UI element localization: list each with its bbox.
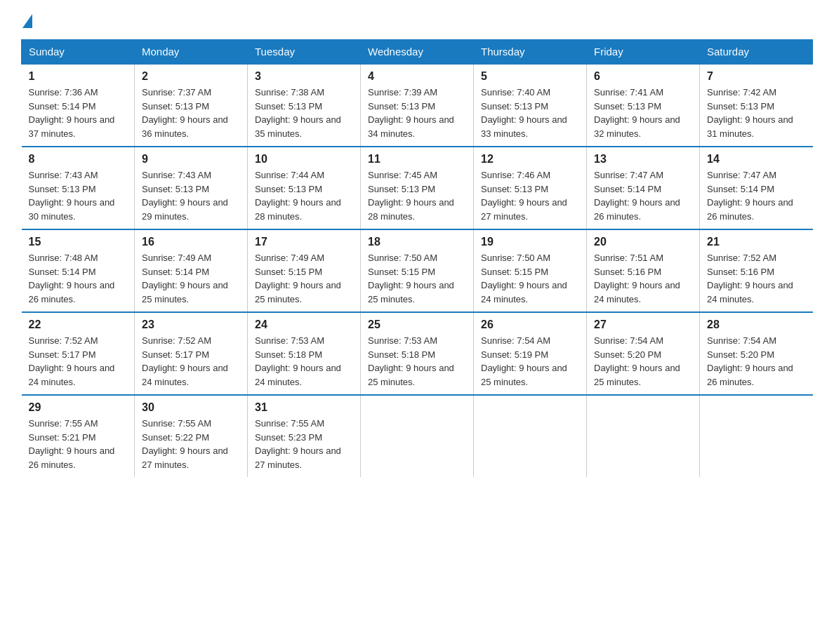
day-info: Sunrise: 7:44 AM Sunset: 5:13 PM Dayligh…	[255, 168, 353, 223]
day-number: 16	[142, 236, 240, 248]
calendar-cell: 30 Sunrise: 7:55 AM Sunset: 5:22 PM Dayl…	[135, 395, 248, 477]
calendar-cell: 7 Sunrise: 7:42 AM Sunset: 5:13 PM Dayli…	[700, 64, 813, 147]
day-number: 11	[368, 153, 466, 166]
day-info: Sunrise: 7:50 AM Sunset: 5:15 PM Dayligh…	[481, 251, 579, 306]
day-info: Sunrise: 7:52 AM Sunset: 5:17 PM Dayligh…	[142, 334, 240, 389]
calendar-cell: 27 Sunrise: 7:54 AM Sunset: 5:20 PM Dayl…	[587, 312, 700, 395]
calendar-cell: 25 Sunrise: 7:53 AM Sunset: 5:18 PM Dayl…	[361, 312, 474, 395]
day-info: Sunrise: 7:54 AM Sunset: 5:20 PM Dayligh…	[594, 334, 692, 389]
day-number: 1	[29, 70, 128, 83]
calendar-cell: 6 Sunrise: 7:41 AM Sunset: 5:13 PM Dayli…	[587, 64, 700, 147]
logo	[21, 14, 34, 25]
day-info: Sunrise: 7:43 AM Sunset: 5:13 PM Dayligh…	[142, 168, 240, 223]
day-number: 27	[594, 318, 692, 331]
calendar-week-row: 22 Sunrise: 7:52 AM Sunset: 5:17 PM Dayl…	[22, 312, 813, 395]
day-info: Sunrise: 7:37 AM Sunset: 5:13 PM Dayligh…	[142, 86, 240, 140]
day-info: Sunrise: 7:43 AM Sunset: 5:13 PM Dayligh…	[29, 168, 128, 223]
calendar-cell: 29 Sunrise: 7:55 AM Sunset: 5:21 PM Dayl…	[22, 395, 135, 477]
calendar-cell: 16 Sunrise: 7:49 AM Sunset: 5:14 PM Dayl…	[135, 229, 248, 312]
day-info: Sunrise: 7:49 AM Sunset: 5:14 PM Dayligh…	[142, 251, 240, 306]
day-info: Sunrise: 7:39 AM Sunset: 5:13 PM Dayligh…	[368, 86, 466, 140]
day-number: 9	[142, 153, 240, 166]
day-info: Sunrise: 7:36 AM Sunset: 5:14 PM Dayligh…	[29, 86, 128, 140]
calendar-week-row: 15 Sunrise: 7:48 AM Sunset: 5:14 PM Dayl…	[22, 229, 813, 312]
calendar-cell: 5 Sunrise: 7:40 AM Sunset: 5:13 PM Dayli…	[474, 64, 587, 147]
calendar-cell: 15 Sunrise: 7:48 AM Sunset: 5:14 PM Dayl…	[22, 229, 135, 312]
day-info: Sunrise: 7:40 AM Sunset: 5:13 PM Dayligh…	[481, 86, 579, 140]
day-number: 6	[594, 70, 692, 83]
day-number: 31	[255, 401, 353, 414]
calendar-cell	[700, 395, 813, 477]
day-info: Sunrise: 7:50 AM Sunset: 5:15 PM Dayligh…	[368, 251, 466, 306]
calendar-cell: 24 Sunrise: 7:53 AM Sunset: 5:18 PM Dayl…	[248, 312, 361, 395]
day-info: Sunrise: 7:51 AM Sunset: 5:16 PM Dayligh…	[594, 251, 692, 306]
weekday-header-thursday: Thursday	[474, 40, 587, 65]
day-info: Sunrise: 7:52 AM Sunset: 5:16 PM Dayligh…	[707, 251, 806, 306]
logo-text	[21, 14, 34, 28]
calendar-week-row: 29 Sunrise: 7:55 AM Sunset: 5:21 PM Dayl…	[22, 395, 813, 477]
day-number: 26	[481, 318, 579, 331]
day-number: 12	[481, 153, 579, 166]
calendar-cell: 31 Sunrise: 7:55 AM Sunset: 5:23 PM Dayl…	[248, 395, 361, 477]
day-info: Sunrise: 7:54 AM Sunset: 5:19 PM Dayligh…	[481, 334, 579, 389]
day-info: Sunrise: 7:49 AM Sunset: 5:15 PM Dayligh…	[255, 251, 353, 306]
calendar-week-row: 1 Sunrise: 7:36 AM Sunset: 5:14 PM Dayli…	[22, 64, 813, 147]
calendar-cell: 23 Sunrise: 7:52 AM Sunset: 5:17 PM Dayl…	[135, 312, 248, 395]
weekday-header-sunday: Sunday	[22, 40, 135, 65]
weekday-header-wednesday: Wednesday	[361, 40, 474, 65]
day-info: Sunrise: 7:48 AM Sunset: 5:14 PM Dayligh…	[29, 251, 128, 306]
day-info: Sunrise: 7:55 AM Sunset: 5:23 PM Dayligh…	[255, 417, 353, 471]
day-number: 5	[481, 70, 579, 83]
weekday-header-tuesday: Tuesday	[248, 40, 361, 65]
calendar-cell: 20 Sunrise: 7:51 AM Sunset: 5:16 PM Dayl…	[587, 229, 700, 312]
day-info: Sunrise: 7:41 AM Sunset: 5:13 PM Dayligh…	[594, 86, 692, 140]
day-info: Sunrise: 7:54 AM Sunset: 5:20 PM Dayligh…	[707, 334, 806, 389]
calendar-cell: 9 Sunrise: 7:43 AM Sunset: 5:13 PM Dayli…	[135, 147, 248, 229]
day-info: Sunrise: 7:46 AM Sunset: 5:13 PM Dayligh…	[481, 168, 579, 223]
day-info: Sunrise: 7:55 AM Sunset: 5:22 PM Dayligh…	[142, 417, 240, 471]
day-info: Sunrise: 7:53 AM Sunset: 5:18 PM Dayligh…	[368, 334, 466, 389]
calendar-cell: 13 Sunrise: 7:47 AM Sunset: 5:14 PM Dayl…	[587, 147, 700, 229]
calendar-cell: 2 Sunrise: 7:37 AM Sunset: 5:13 PM Dayli…	[135, 64, 248, 147]
day-number: 24	[255, 318, 353, 331]
day-number: 21	[707, 236, 806, 248]
calendar-cell: 11 Sunrise: 7:45 AM Sunset: 5:13 PM Dayl…	[361, 147, 474, 229]
day-info: Sunrise: 7:52 AM Sunset: 5:17 PM Dayligh…	[29, 334, 128, 389]
calendar-cell	[587, 395, 700, 477]
day-number: 3	[255, 70, 353, 83]
calendar-week-row: 8 Sunrise: 7:43 AM Sunset: 5:13 PM Dayli…	[22, 147, 813, 229]
day-number: 18	[368, 236, 466, 248]
weekday-header-row: SundayMondayTuesdayWednesdayThursdayFrid…	[22, 40, 813, 65]
weekday-header-monday: Monday	[135, 40, 248, 65]
day-number: 19	[481, 236, 579, 248]
day-number: 13	[594, 153, 692, 166]
calendar-cell: 19 Sunrise: 7:50 AM Sunset: 5:15 PM Dayl…	[474, 229, 587, 312]
day-number: 17	[255, 236, 353, 248]
calendar-cell	[474, 395, 587, 477]
weekday-header-friday: Friday	[587, 40, 700, 65]
day-info: Sunrise: 7:53 AM Sunset: 5:18 PM Dayligh…	[255, 334, 353, 389]
day-number: 23	[142, 318, 240, 331]
day-number: 20	[594, 236, 692, 248]
day-number: 7	[707, 70, 806, 83]
day-info: Sunrise: 7:47 AM Sunset: 5:14 PM Dayligh…	[594, 168, 692, 223]
page-header	[21, 14, 813, 25]
calendar-cell: 18 Sunrise: 7:50 AM Sunset: 5:15 PM Dayl…	[361, 229, 474, 312]
day-number: 15	[29, 236, 128, 248]
calendar-cell: 17 Sunrise: 7:49 AM Sunset: 5:15 PM Dayl…	[248, 229, 361, 312]
day-info: Sunrise: 7:42 AM Sunset: 5:13 PM Dayligh…	[707, 86, 806, 140]
calendar-cell: 3 Sunrise: 7:38 AM Sunset: 5:13 PM Dayli…	[248, 64, 361, 147]
day-number: 4	[368, 70, 466, 83]
calendar-cell: 8 Sunrise: 7:43 AM Sunset: 5:13 PM Dayli…	[22, 147, 135, 229]
day-number: 2	[142, 70, 240, 83]
day-number: 8	[29, 153, 128, 166]
day-info: Sunrise: 7:38 AM Sunset: 5:13 PM Dayligh…	[255, 86, 353, 140]
calendar-cell: 22 Sunrise: 7:52 AM Sunset: 5:17 PM Dayl…	[22, 312, 135, 395]
calendar-cell: 28 Sunrise: 7:54 AM Sunset: 5:20 PM Dayl…	[700, 312, 813, 395]
calendar-cell	[361, 395, 474, 477]
calendar-cell: 14 Sunrise: 7:47 AM Sunset: 5:14 PM Dayl…	[700, 147, 813, 229]
logo-triangle-icon	[22, 14, 32, 28]
calendar-cell: 21 Sunrise: 7:52 AM Sunset: 5:16 PM Dayl…	[700, 229, 813, 312]
day-info: Sunrise: 7:45 AM Sunset: 5:13 PM Dayligh…	[368, 168, 466, 223]
day-number: 28	[707, 318, 806, 331]
